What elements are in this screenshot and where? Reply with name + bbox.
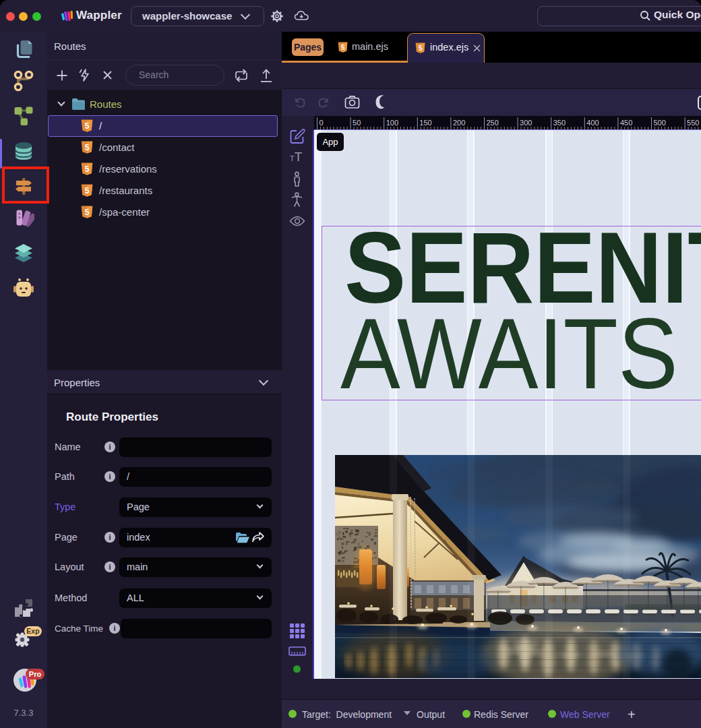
svg-text:50: 50: [353, 119, 361, 127]
svg-text:5: 5: [85, 143, 90, 152]
svg-text:400: 400: [586, 119, 599, 127]
svg-text:500: 500: [654, 119, 666, 127]
svg-text:250: 250: [487, 119, 499, 127]
svg-text:5: 5: [85, 186, 90, 195]
svg-text:5: 5: [419, 44, 423, 52]
svg-text:200: 200: [453, 119, 465, 127]
svg-text:550: 550: [687, 119, 699, 127]
svg-text:0: 0: [319, 119, 324, 127]
svg-text:450: 450: [620, 119, 632, 127]
svg-text:300: 300: [520, 119, 532, 127]
svg-text:5: 5: [85, 164, 90, 174]
svg-text:150: 150: [419, 119, 431, 127]
svg-text:5: 5: [85, 208, 90, 217]
svg-text:5: 5: [341, 44, 345, 51]
svg-text:100: 100: [386, 119, 398, 127]
svg-text:350: 350: [553, 119, 566, 127]
svg-text:5: 5: [85, 121, 90, 131]
